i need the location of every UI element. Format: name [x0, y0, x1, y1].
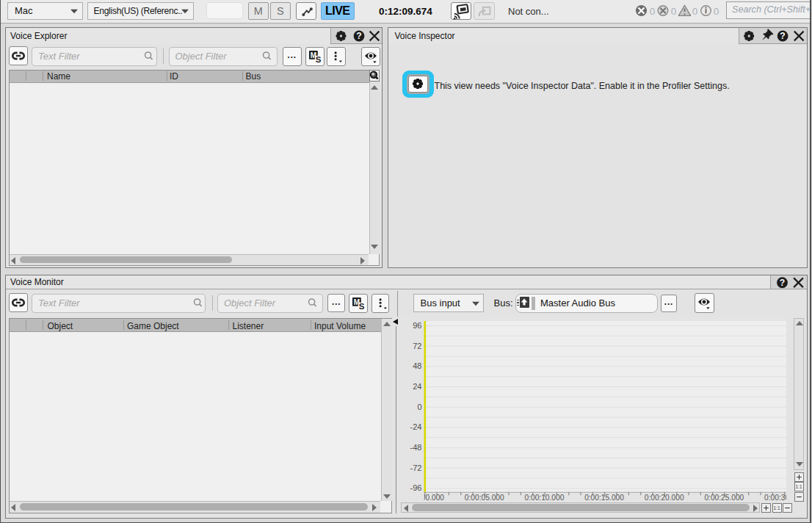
svg-text:0: 0	[417, 403, 421, 411]
svg-text:0:00:05.000: 0:00:05.000	[465, 494, 504, 502]
svg-text:0:00:15.000: 0:00:15.000	[584, 494, 624, 502]
svg-text:72: 72	[413, 342, 421, 350]
svg-text:0:00:25.000: 0:00:25.000	[704, 494, 744, 502]
svg-text:S: S	[358, 302, 364, 311]
svg-text:96: 96	[413, 321, 421, 330]
svg-text:?: ?	[779, 277, 784, 287]
svg-text:0:00:20.000: 0:00:20.000	[645, 494, 684, 502]
svg-text:?: ?	[780, 31, 785, 41]
svg-text:0: 0	[650, 6, 656, 17]
svg-text:?: ?	[356, 31, 361, 41]
svg-text:48: 48	[413, 361, 421, 370]
svg-text:-72: -72	[410, 464, 422, 472]
svg-text:-48: -48	[410, 443, 422, 452]
svg-text:0:00:30.000: 0:00:30.000	[764, 494, 786, 502]
svg-text:-96: -96	[410, 483, 422, 492]
svg-text:0: 0	[671, 6, 677, 17]
svg-text:0: 0	[714, 6, 719, 17]
svg-text:24: 24	[413, 382, 421, 391]
svg-text:0: 0	[692, 6, 698, 17]
svg-text:S: S	[315, 55, 321, 64]
svg-text:0:00:10.000: 0:00:10.000	[524, 494, 564, 502]
svg-text:-24: -24	[410, 422, 422, 431]
